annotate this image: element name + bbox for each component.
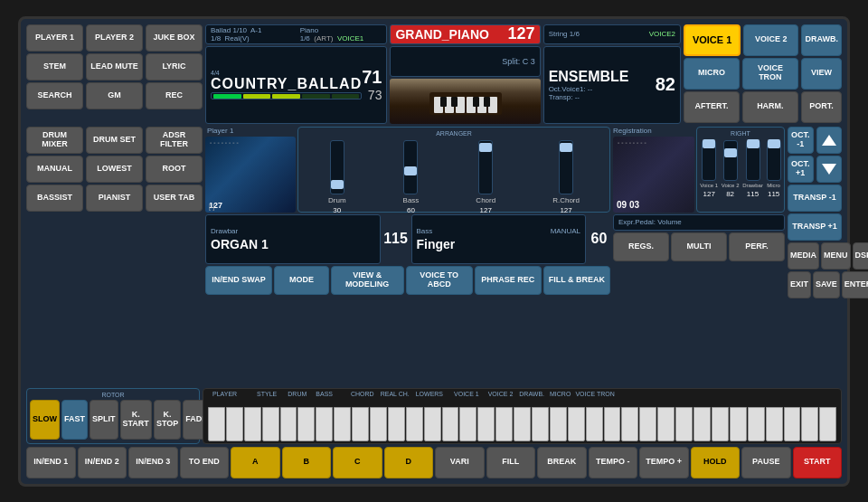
- slow-button[interactable]: SLOW: [30, 400, 60, 440]
- key-d3[interactable]: [477, 407, 495, 441]
- key-d5[interactable]: [730, 407, 747, 441]
- c-button[interactable]: C: [333, 447, 382, 478]
- key-g5[interactable]: [784, 407, 801, 441]
- key-c3[interactable]: [459, 407, 476, 441]
- rec-button[interactable]: REC: [146, 82, 203, 109]
- key-d2[interactable]: [352, 407, 369, 441]
- adsr-filter-button[interactable]: ADSR FILTER: [146, 127, 203, 154]
- lyric-button[interactable]: LYRIC: [146, 53, 203, 81]
- key-a[interactable]: [297, 407, 315, 441]
- transp-plus-button[interactable]: TRANSP +1: [788, 213, 842, 241]
- fill-button[interactable]: FILL: [486, 447, 536, 478]
- tempo-minus-button[interactable]: TEMPO -: [589, 447, 638, 478]
- view-button[interactable]: VIEW: [801, 58, 842, 90]
- view-modeling-button[interactable]: VIEW & MODELING: [331, 266, 404, 295]
- key-a2[interactable]: [424, 407, 441, 441]
- key-g[interactable]: [280, 407, 297, 441]
- micro-button[interactable]: MICRO: [684, 58, 740, 90]
- root-button[interactable]: ROOT: [146, 156, 203, 183]
- key-c5[interactable]: [712, 407, 729, 441]
- player1-button[interactable]: PLAYER 1: [26, 24, 83, 52]
- chord-slider[interactable]: Chord 127: [476, 140, 495, 214]
- gm-button[interactable]: GM: [86, 82, 143, 109]
- jukebox-button[interactable]: JUKE BOX: [146, 24, 203, 52]
- down-arrow-button[interactable]: [816, 156, 843, 183]
- b-button[interactable]: B: [282, 447, 332, 478]
- transp-minus-button[interactable]: TRANSP -1: [788, 185, 842, 212]
- mode-button[interactable]: MODE: [274, 266, 329, 295]
- user-tab-button[interactable]: USER TAB: [146, 185, 203, 212]
- up-arrow-button[interactable]: [816, 127, 843, 154]
- right-voice1-slider[interactable]: Voice 1 127: [700, 140, 718, 209]
- right-voice2-slider[interactable]: Voice 2 82: [722, 140, 740, 209]
- key-b5[interactable]: [819, 407, 836, 441]
- key-e4[interactable]: [621, 407, 638, 441]
- key-a3[interactable]: [550, 407, 567, 441]
- key-d[interactable]: [226, 407, 243, 441]
- fast-button[interactable]: FAST: [61, 400, 88, 440]
- hold-button[interactable]: HOLD: [691, 447, 741, 478]
- pianist-button[interactable]: PIANIST: [86, 185, 143, 212]
- lead-mute-button[interactable]: LEAD MUTE: [86, 53, 143, 81]
- key-f3[interactable]: [514, 407, 531, 441]
- key-b2[interactable]: [442, 407, 459, 441]
- save-button[interactable]: SAVE: [813, 271, 840, 298]
- key-c[interactable]: [208, 407, 225, 441]
- lowest-button[interactable]: LOWEST: [86, 156, 143, 183]
- key-f4[interactable]: [639, 407, 656, 441]
- key-g3[interactable]: [532, 407, 549, 441]
- key-g4[interactable]: [657, 407, 675, 441]
- drum-set-button[interactable]: DRUM SET: [86, 127, 143, 154]
- k-start-button[interactable]: K. START: [120, 400, 152, 440]
- bassist-button[interactable]: BASSIST: [26, 185, 83, 212]
- in-end3-button[interactable]: IN/END 3: [128, 447, 178, 478]
- key-e3[interactable]: [495, 407, 513, 441]
- search-button[interactable]: SEARCH: [26, 82, 83, 109]
- a-button[interactable]: A: [231, 447, 280, 478]
- key-d4[interactable]: [604, 407, 621, 441]
- key-c2[interactable]: [334, 407, 351, 441]
- fill-break-button[interactable]: FILL & BREAK: [543, 266, 610, 295]
- key-f5[interactable]: [766, 407, 783, 441]
- to-end-button[interactable]: TO END: [180, 447, 230, 478]
- key-c4[interactable]: [586, 407, 603, 441]
- key-a4[interactable]: [675, 407, 693, 441]
- phrase-rec-button[interactable]: PHRASE REC: [475, 266, 542, 295]
- voice2-button[interactable]: VOICE 2: [743, 24, 798, 56]
- oct-plus-button[interactable]: OCT. +1: [788, 156, 814, 183]
- perf-button[interactable]: PERF.: [729, 232, 785, 261]
- key-e[interactable]: [244, 407, 261, 441]
- key-b4[interactable]: [693, 407, 711, 441]
- key-e2[interactable]: [370, 407, 387, 441]
- key-e5[interactable]: [748, 407, 765, 441]
- key-b[interactable]: [316, 407, 333, 441]
- voice-to-abcd-button[interactable]: VOICE TO ABCD: [406, 266, 473, 295]
- aftert-button[interactable]: AFTERT.: [684, 91, 740, 123]
- break-button[interactable]: BREAK: [537, 447, 587, 478]
- enter-button[interactable]: ENTER: [842, 271, 868, 298]
- in-end-swap-button[interactable]: IN/END SWAP: [205, 266, 272, 295]
- manual-button[interactable]: MANUAL: [26, 156, 83, 183]
- key-f[interactable]: [262, 407, 279, 441]
- key-f2[interactable]: [388, 407, 405, 441]
- d-button[interactable]: D: [384, 447, 434, 478]
- bass-slider[interactable]: Bass 60: [403, 140, 420, 214]
- key-b3[interactable]: [568, 407, 585, 441]
- key-a5[interactable]: [801, 407, 818, 441]
- voicetron-button[interactable]: VOICE TRON: [742, 58, 798, 90]
- stem-button[interactable]: STEM: [26, 53, 83, 81]
- harm-button[interactable]: HARM.: [742, 91, 798, 123]
- drum-mixer-button[interactable]: DRUM MIXER: [26, 127, 83, 154]
- multi-button[interactable]: MULTI: [671, 232, 727, 261]
- right-micro-slider[interactable]: Micro 115: [767, 140, 781, 209]
- drawb-button[interactable]: DRAWB.: [801, 24, 842, 56]
- menu-button[interactable]: MENU: [821, 242, 851, 270]
- in-end2-button[interactable]: IN/END 2: [78, 447, 127, 478]
- key-g2[interactable]: [406, 407, 423, 441]
- vari-button[interactable]: VARI: [435, 447, 485, 478]
- voice1-button[interactable]: VOICE 1: [684, 24, 741, 56]
- oct-minus-button[interactable]: OCT. -1: [788, 127, 814, 154]
- rchord-slider[interactable]: R.Chord 127: [552, 140, 580, 214]
- regs-button[interactable]: REGS.: [613, 232, 669, 261]
- port-button[interactable]: PORT.: [801, 91, 842, 123]
